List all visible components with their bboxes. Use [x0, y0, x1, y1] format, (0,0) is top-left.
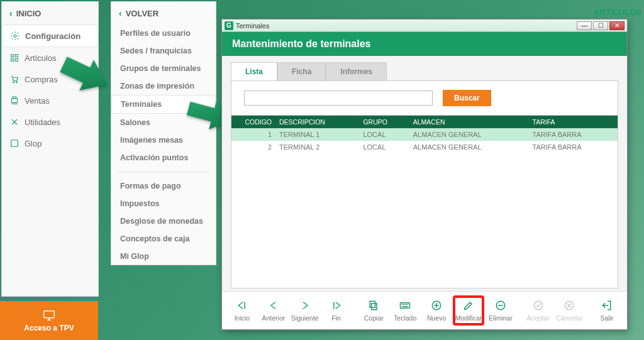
- sidebar-item-artículos[interactable]: Artículos: [2, 47, 98, 69]
- window-minimize-button[interactable]: —: [577, 21, 592, 30]
- sub-item-im-genes-mesas[interactable]: Imágenes mesas: [111, 131, 216, 149]
- fin-button[interactable]: Fin: [321, 298, 352, 323]
- sidebar-header-label: INICIO: [16, 9, 42, 18]
- cell-codigo: 2: [231, 141, 275, 153]
- cell-tarifa: TARIFA BARRA: [529, 141, 618, 153]
- table-row[interactable]: 1TERMINAL 1LOCALALMACEN GENERALTARIFA BA…: [231, 128, 618, 141]
- sidebar-sub-header-label: VOLVER: [126, 9, 159, 18]
- acceso-tpv-button[interactable]: Acceso a TPV: [0, 301, 98, 340]
- teclado-button[interactable]: Teclado: [390, 298, 420, 323]
- register-icon: [9, 96, 19, 106]
- sidebar-inicio-header[interactable]: ‹ INICIO: [2, 2, 98, 25]
- cell-desc: TERMINAL 2: [275, 141, 359, 153]
- tab-ficha[interactable]: Ficha: [277, 62, 326, 80]
- sidebar-item-compras[interactable]: Compras: [2, 69, 98, 90]
- col-codigo: CODIGO: [231, 116, 275, 128]
- sidebar-sub: ‹ VOLVER Perfiles de usuarioSedes / fran…: [111, 1, 216, 265]
- fin-icon: [330, 299, 343, 313]
- table-row[interactable]: 2TERMINAL 2LOCALALMACEN GENERALTARIFA BA…: [231, 141, 618, 153]
- tab-lista[interactable]: Lista: [231, 62, 277, 80]
- window-titlebar[interactable]: G Terminales — ☐ ✕: [222, 19, 627, 32]
- cell-desc: TERMINAL 1: [275, 128, 359, 141]
- salir-button[interactable]: Salir: [592, 298, 622, 323]
- sidebar-item-ventas[interactable]: Ventas: [2, 90, 98, 111]
- aceptar-icon: [532, 299, 545, 313]
- eliminar-button[interactable]: Eliminar: [486, 298, 516, 323]
- sidebar-item-utilidades[interactable]: Utilidades: [2, 111, 98, 133]
- window-maximize-button[interactable]: ☐: [593, 21, 608, 30]
- anterior-button[interactable]: Anterior: [258, 298, 289, 323]
- toolbar-label: Inicio: [235, 314, 250, 322]
- search-row: Buscar: [231, 80, 618, 115]
- sub-item-desglose-de-monedas[interactable]: Desglose de monedas: [111, 212, 216, 230]
- nuevo-button[interactable]: Nuevo: [421, 298, 452, 323]
- cart-icon: [9, 74, 19, 84]
- svg-rect-8: [13, 97, 16, 99]
- monitor-icon: [41, 309, 57, 322]
- table: CODIGODESCRIPCIONGRUPOALMACENTARIFA 1TER…: [231, 115, 618, 288]
- cancelar-button: Cancelar: [555, 298, 585, 323]
- copiar-button[interactable]: Copiar: [358, 298, 389, 323]
- svg-rect-12: [372, 304, 377, 310]
- eliminar-icon: [494, 299, 507, 313]
- sidebar-item-label: Configuración: [25, 31, 80, 41]
- sub-item-grupos-de-terminales[interactable]: Grupos de terminales: [111, 60, 216, 77]
- sub-item-perfiles-de-usuario[interactable]: Perfiles de usuario: [111, 25, 216, 42]
- tab-informes[interactable]: Informes: [326, 62, 387, 80]
- window-title: Terminales: [236, 22, 269, 30]
- app-icon: G: [225, 21, 233, 30]
- gear-icon: [10, 31, 20, 41]
- sidebar-item-label: Glop: [25, 139, 42, 148]
- toolbar-label: Modificar: [455, 314, 482, 322]
- search-input[interactable]: [244, 90, 433, 106]
- sidebar-volver-header[interactable]: ‹ VOLVER: [111, 2, 216, 25]
- tpv-label: Acceso a TPV: [24, 324, 74, 332]
- sub-item-terminales[interactable]: Terminales: [111, 95, 216, 114]
- window-close-button[interactable]: ✕: [609, 21, 625, 30]
- siguiente-button[interactable]: Siguiente: [290, 298, 320, 323]
- toolbar-label: Salir: [601, 314, 614, 322]
- inicio-button[interactable]: Inicio: [227, 298, 257, 323]
- toolbar-label: Copiar: [364, 314, 384, 322]
- sub-item-salones[interactable]: Salones: [111, 114, 216, 131]
- sub-item-conceptos-de-caja[interactable]: Conceptos de caja: [111, 230, 216, 248]
- svg-point-5: [13, 82, 14, 83]
- svg-rect-3: [11, 58, 14, 61]
- copiar-icon: [367, 299, 380, 313]
- sidebar-item-configuración[interactable]: Configuración: [2, 25, 98, 47]
- modificar-icon: [462, 299, 475, 313]
- cell-almacen: ALMACEN GENERAL: [409, 128, 529, 141]
- teclado-icon: [399, 299, 411, 313]
- sub-item-mi-glop[interactable]: Mi Glop: [111, 248, 216, 265]
- sub-item-activaci-n-puntos[interactable]: Activación puntos: [111, 149, 216, 167]
- svg-rect-14: [401, 303, 410, 308]
- sidebar-item-glop[interactable]: Glop: [2, 133, 98, 154]
- search-button[interactable]: Buscar: [443, 90, 491, 106]
- svg-rect-1: [11, 55, 14, 57]
- sidebar-item-label: Ventas: [25, 96, 50, 106]
- sidebar-item-label: Compras: [25, 75, 58, 84]
- g-icon: [9, 138, 19, 148]
- sub-item-impuestos[interactable]: Impuestos: [111, 195, 216, 212]
- svg-rect-9: [11, 140, 18, 147]
- cell-grupo: LOCAL: [359, 128, 409, 141]
- sub-item-formas-de-pago[interactable]: Formas de pago: [111, 177, 216, 195]
- toolbar: InicioAnteriorSiguienteFinCopiarTecladoN…: [222, 291, 627, 329]
- aceptar-button: Aceptar: [523, 298, 553, 323]
- modificar-button[interactable]: Modificar: [453, 295, 484, 326]
- col-descripcion: DESCRIPCION: [275, 116, 359, 128]
- toolbar-label: Eliminar: [489, 314, 513, 322]
- chevron-left-icon: ‹: [119, 8, 122, 18]
- toolbar-label: Fin: [331, 314, 341, 322]
- sub-item-zonas-de-impresi-n[interactable]: Zonas de impresión: [111, 77, 216, 95]
- toolbar-label: Anterior: [262, 314, 285, 322]
- divider: [118, 172, 209, 172]
- tabs: ListaFichaInformes: [231, 62, 618, 80]
- nuevo-icon: [430, 299, 443, 313]
- sub-item-sedes-franquicias[interactable]: Sedes / franquicias: [111, 42, 216, 60]
- siguiente-icon: [299, 299, 311, 313]
- toolbar-label: Nuevo: [427, 314, 446, 322]
- svg-point-17: [534, 301, 542, 309]
- cancelar-icon: [563, 299, 575, 313]
- sidebar-item-label: Artículos: [25, 53, 57, 63]
